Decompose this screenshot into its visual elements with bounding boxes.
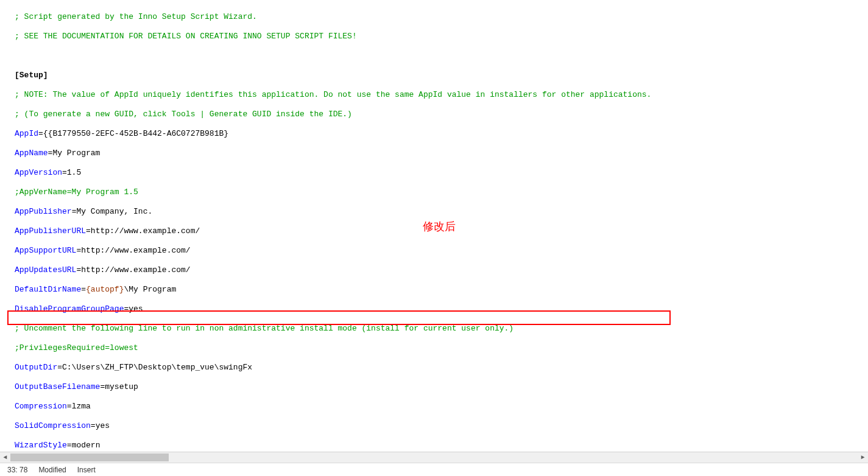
comment-line: ; Uncomment the following line to run in… [15,324,513,333]
value: =http://www.example.com/ [76,246,190,255]
scroll-left-button[interactable]: ◄ [0,453,10,462]
directive: AppPublisher [15,207,72,216]
comment-line: ;AppVerName=My Program 1.5 [15,187,138,197]
scroll-track[interactable] [10,453,858,462]
directive: AppSupportURL [15,246,76,255]
comment-line: ; SEE THE DOCUMENTATION FOR DETAILS ON C… [15,32,357,41]
value: ={{B1779550-2EFC-452B-B442-A6C0727B981B} [38,129,228,138]
scroll-thumb[interactable] [10,453,169,461]
value: =modern [67,441,101,450]
directive: SolidCompression [15,421,91,430]
directive: OutputBaseFilename [15,382,100,391]
directive: AppVersion [15,168,62,177]
comment-line: ; Script generated by the Inno Setup Scr… [15,12,257,21]
directive: DefaultDirName [15,285,81,294]
scroll-right-button[interactable]: ► [858,453,868,462]
comment-line: ; NOTE: The value of AppId uniquely iden… [15,90,651,99]
directive: AppName [15,149,48,158]
horizontal-scrollbar[interactable]: ◄ ► [0,452,868,463]
value: =http://www.example.com/ [86,226,200,236]
directive: OutputDir [15,363,57,372]
value: \My Program [124,285,176,294]
directive: AppId [15,129,38,138]
value: =My Company, Inc. [72,207,153,216]
value: =yes [91,421,110,430]
value: = [81,285,86,294]
const: {autopf} [86,285,124,294]
value: =http://www.example.com/ [76,265,190,275]
status-modified: Modified [38,465,66,475]
comment-line: ; (To generate a new GUID, click Tools |… [15,110,352,119]
status-mode: Insert [77,465,96,475]
value: =C:\Users\ZH_FTP\Desktop\temp_vue\swingF… [57,363,252,372]
section-setup: [Setup] [15,71,48,80]
value: =My Program [48,149,101,158]
value: =yes [124,304,143,313]
value: =mysetup [100,382,138,391]
comment-line: ;PrivilegesRequired=lowest [15,343,138,352]
directive: Compression [15,402,67,411]
directive: DisableProgramGroupPage [15,304,124,313]
code-editor[interactable]: ; Script generated by the Inno Setup Scr… [0,0,868,463]
value: =1.5 [62,168,81,177]
annotation-label: 修改后 [423,222,456,231]
status-position: 33: 78 [7,465,27,475]
directive: AppUpdatesURL [15,265,76,275]
directive: AppPublisherURL [15,226,86,236]
directive: WizardStyle [15,441,67,450]
status-bar: 33: 78 Modified Insert [0,463,868,476]
value: =lzma [67,402,91,411]
